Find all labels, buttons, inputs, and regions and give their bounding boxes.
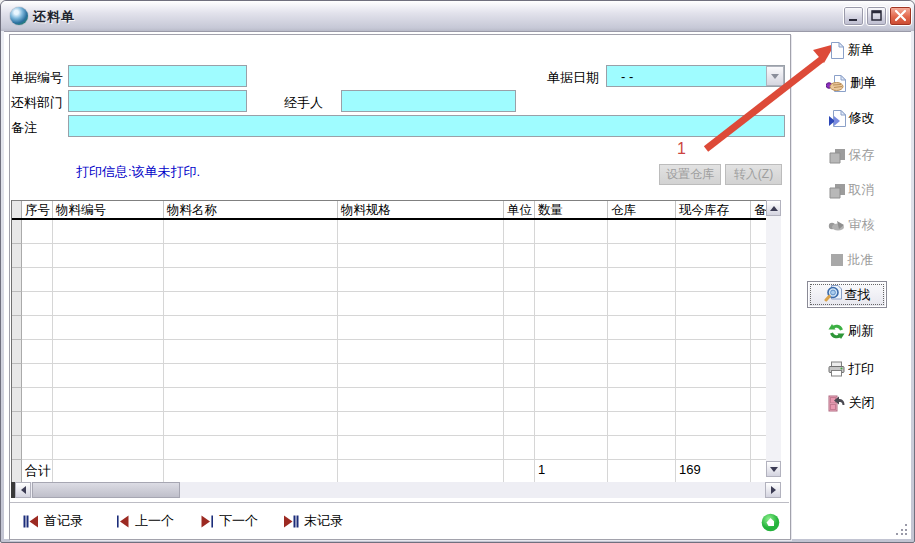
minimize-button[interactable] — [843, 6, 864, 26]
grid-cell[interactable] — [676, 364, 751, 388]
grid-cell[interactable] — [504, 316, 535, 340]
close-button[interactable] — [889, 6, 912, 26]
grid-cell[interactable] — [338, 316, 504, 340]
grid-cell[interactable] — [676, 388, 751, 412]
grid-cell[interactable] — [164, 244, 338, 268]
grid-cell[interactable] — [751, 436, 767, 460]
grid-cell[interactable] — [535, 388, 608, 412]
grid-cell[interactable] — [608, 292, 676, 316]
grid-cell[interactable] — [53, 220, 164, 244]
doc-no-input[interactable] — [68, 65, 247, 87]
grid-cell[interactable] — [164, 316, 338, 340]
grid-cell[interactable] — [504, 364, 535, 388]
grid-cell[interactable] — [53, 268, 164, 292]
grid-cell[interactable] — [338, 220, 504, 244]
grid-cell[interactable] — [22, 388, 53, 412]
grid-row[interactable] — [12, 388, 767, 412]
horizontal-scrollbar[interactable] — [11, 482, 781, 498]
nav-first-record[interactable]: 首记录 — [23, 510, 83, 532]
grid-cell[interactable] — [535, 268, 608, 292]
grid-cell[interactable] — [338, 340, 504, 364]
grid-cell[interactable] — [53, 436, 164, 460]
grid-cell[interactable] — [53, 292, 164, 316]
grid-cell[interactable] — [164, 388, 338, 412]
grid-cell[interactable] — [676, 316, 751, 340]
grid-cell[interactable] — [338, 292, 504, 316]
grid-cell[interactable] — [22, 316, 53, 340]
find-button[interactable]: 查找 — [807, 281, 887, 308]
grid-row[interactable] — [12, 340, 767, 364]
grid-cell[interactable] — [504, 292, 535, 316]
close-form-button[interactable]: 关闭 — [799, 390, 903, 416]
grid-cell[interactable] — [338, 244, 504, 268]
grid-cell[interactable] — [164, 220, 338, 244]
grid-cell[interactable] — [164, 364, 338, 388]
grid-cell[interactable] — [676, 244, 751, 268]
grid-cell[interactable] — [751, 292, 767, 316]
grid-cell[interactable] — [338, 436, 504, 460]
grid-row[interactable] — [12, 316, 767, 340]
handler-input[interactable] — [341, 90, 516, 112]
grid-cell[interactable] — [676, 436, 751, 460]
grid-cell[interactable] — [676, 340, 751, 364]
doc-date-input[interactable] — [606, 65, 785, 87]
grid-cell[interactable] — [535, 220, 608, 244]
grid-cell[interactable] — [676, 412, 751, 436]
grid-row[interactable] — [12, 436, 767, 460]
grid-cell[interactable] — [535, 292, 608, 316]
grid-row[interactable] — [12, 292, 767, 316]
grid-cell[interactable] — [22, 412, 53, 436]
grid-cell[interactable] — [608, 364, 676, 388]
grid-cell[interactable] — [751, 244, 767, 268]
grid-cell[interactable] — [164, 292, 338, 316]
grid-cell[interactable] — [164, 412, 338, 436]
grid-cell[interactable] — [53, 388, 164, 412]
grid-cell[interactable] — [53, 244, 164, 268]
vertical-scrollbar[interactable] — [766, 200, 781, 477]
grid-cell[interactable] — [338, 388, 504, 412]
grid-cell[interactable] — [164, 268, 338, 292]
grid-cell[interactable] — [535, 364, 608, 388]
doc-date-dropdown-button[interactable] — [766, 66, 784, 86]
grid-cell[interactable] — [608, 244, 676, 268]
grid-row[interactable] — [12, 364, 767, 388]
scroll-thumb[interactable] — [32, 482, 180, 498]
nav-next-record[interactable]: 下一个 — [200, 510, 258, 532]
scroll-up-button[interactable] — [766, 200, 781, 216]
grid-cell[interactable] — [676, 220, 751, 244]
titlebar[interactable]: 还料单 — [1, 1, 914, 31]
grid-cell[interactable] — [338, 412, 504, 436]
grid-cell[interactable] — [338, 268, 504, 292]
grid-cell[interactable] — [504, 220, 535, 244]
remark-input[interactable] — [68, 115, 785, 137]
grid-cell[interactable] — [751, 316, 767, 340]
grid-cell[interactable] — [53, 316, 164, 340]
grid-row[interactable] — [12, 220, 767, 244]
grid-cell[interactable] — [751, 220, 767, 244]
grid-cell[interactable] — [608, 268, 676, 292]
grid-cell[interactable] — [608, 388, 676, 412]
grid-cell[interactable] — [504, 436, 535, 460]
grid-cell[interactable] — [22, 220, 53, 244]
grid-cell[interactable] — [535, 436, 608, 460]
modify-button[interactable]: 修改 — [799, 105, 903, 131]
grid-cell[interactable] — [751, 412, 767, 436]
grid-cell[interactable] — [535, 316, 608, 340]
grid-cell[interactable] — [22, 436, 53, 460]
grid-cell[interactable] — [504, 268, 535, 292]
grid-cell[interactable] — [22, 244, 53, 268]
scroll-right-button[interactable] — [765, 482, 781, 498]
scroll-down-button[interactable] — [766, 461, 781, 477]
maximize-button[interactable] — [866, 6, 887, 26]
print-button[interactable]: 打印 — [799, 356, 903, 382]
grid-cell[interactable] — [535, 244, 608, 268]
grid-cell[interactable] — [22, 364, 53, 388]
grid-cell[interactable] — [164, 436, 338, 460]
nav-last-record[interactable]: 末记录 — [283, 510, 343, 532]
grid-cell[interactable] — [338, 364, 504, 388]
grid-cell[interactable] — [504, 388, 535, 412]
dept-input[interactable] — [68, 90, 247, 112]
grid-cell[interactable] — [164, 340, 338, 364]
grid-cell[interactable] — [504, 340, 535, 364]
grid-row[interactable] — [12, 268, 767, 292]
